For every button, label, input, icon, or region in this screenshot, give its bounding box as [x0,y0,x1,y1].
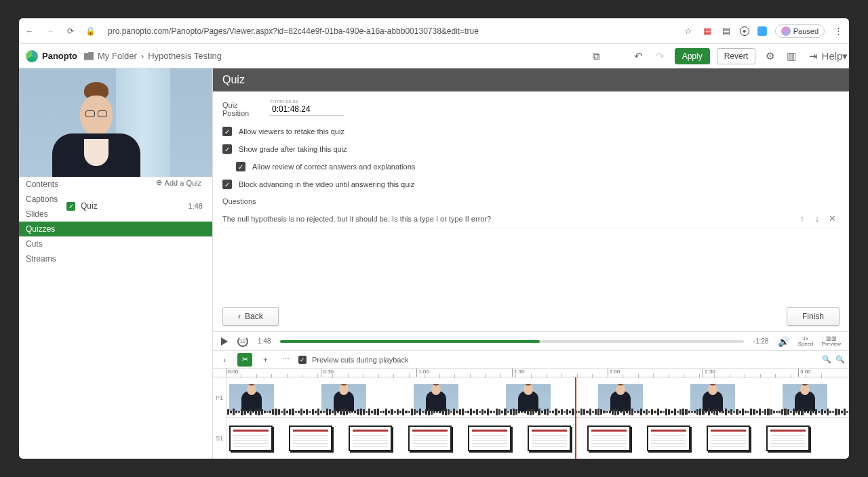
finish-button[interactable]: Finish [787,307,840,326]
checkbox-icon: ✓ [236,162,245,171]
delete-icon[interactable]: ✕ [825,213,840,224]
rewind-10-icon[interactable]: 10 [237,336,248,347]
speaker-video [19,68,212,177]
remaining-time: -1:28 [753,337,769,345]
quiz-position-label: Quiz Position [222,101,260,117]
track-label-s1: S1 [213,418,226,459]
slide-thumb [408,426,452,451]
seek-bar[interactable] [280,340,743,343]
timeline[interactable]: 0:00 0:30 1:00 1:30 2:00 2:30 3:00 P1 S1 [213,368,849,459]
opt-retake[interactable]: ✓Allow viewers to retake this quiz [222,127,840,136]
slide-thumb [707,426,750,451]
timeline-toolbar: ‹ ✂ ＋ ⋯ ✓ Preview cuts during playback 🔍… [213,350,849,368]
address-bar[interactable]: pro.panopto.com/Panopto/Pages/Viewer.asp… [108,26,673,36]
ext-icon-1[interactable]: ▦ [702,26,713,37]
opt-review[interactable]: ✓Allow review of correct answers and exp… [236,162,840,171]
current-time: 1:48 [258,337,271,345]
speed-control[interactable]: 1xSpeed [797,336,813,347]
video-thumb [414,384,458,411]
player-bar: 10 1:48 -1:28 🔊 1xSpeed ▥▥Preview [213,331,849,350]
video-thumb [783,384,827,411]
checkbox-icon: ✓ [222,180,232,189]
breadcrumb-folder[interactable]: My Folder [98,51,137,61]
browser-chrome: ← → ⟳ 🔒 pro.panopto.com/Panopto/Pages/Vi… [19,18,849,44]
ext-icon-4[interactable] [757,26,767,36]
slide-thumb [289,426,332,451]
apply-button[interactable]: Apply [675,48,710,64]
move-down-icon[interactable]: ↓ [810,213,825,224]
app-header: Panopto My Folder › Hypothesis Testing ⧉… [19,44,849,68]
collapse-icon[interactable]: ‹ [217,353,232,367]
opt-block-advance[interactable]: ✓Block advancing in the video until answ… [222,180,840,189]
breadcrumb: My Folder › Hypothesis Testing [84,51,222,61]
share-icon[interactable]: ⇥ [806,49,821,64]
tab-streams[interactable]: Streams [19,251,212,266]
video-thumb [690,384,735,411]
avatar-icon [781,26,791,36]
undo-icon[interactable]: ↶ [631,49,646,64]
checkbox-icon: ✓ [66,202,75,211]
video-thumb [321,384,366,411]
slide-track[interactable] [226,418,849,459]
plus-circle-icon: ⊕ [156,178,162,187]
quiz-position-input[interactable] [269,103,344,116]
back-button[interactable]: ‹Back [222,307,279,326]
video-thumb [229,384,274,411]
kebab-icon[interactable]: ⋮ [833,26,844,37]
settings-icon[interactable]: ⚙ [762,49,777,64]
panel-title: Quiz [213,68,849,91]
chevron-left-icon: ‹ [238,312,241,321]
timeline-ruler: 0:00 0:30 1:00 1:30 2:00 2:30 3:00 [213,369,849,377]
preview-toggle[interactable]: ▥▥Preview [822,336,841,347]
checkbox-icon: ✓ [222,127,232,136]
forward-icon[interactable]: → [45,26,56,37]
question-row[interactable]: The null hypothesis is no rejected, but … [222,209,840,228]
redo-icon[interactable]: ↷ [653,49,668,64]
stats-icon[interactable]: ▥ [784,49,799,64]
revert-button[interactable]: Revert [717,48,755,64]
tab-quizzes[interactable]: Quizzes [19,222,212,236]
more-icon[interactable]: ⋯ [278,353,293,367]
slide-thumb [229,426,273,451]
lock-icon: 🔒 [85,26,96,36]
ext-icon-2[interactable]: ▤ [721,26,732,37]
position-hint: h:mm:ss.ss [271,98,298,104]
quiz-time: 1:48 [189,202,205,210]
tab-cuts[interactable]: Cuts [19,236,212,251]
video-thumb [506,384,551,411]
playhead[interactable] [575,377,576,459]
play-icon[interactable] [221,337,228,346]
back-icon[interactable]: ← [24,26,35,37]
volume-icon[interactable]: 🔊 [778,336,789,347]
slide-thumb [587,426,631,451]
add-quiz-button[interactable]: ⊕Add a Quiz [149,175,208,190]
slide-thumb [528,426,571,451]
capture-icon[interactable]: ⧉ [589,49,604,64]
brand-logo[interactable]: Panopto [26,50,77,62]
cut-tool-icon[interactable]: ✂ [237,353,252,367]
slide-thumb [468,426,511,451]
breadcrumb-item[interactable]: Hypothesis Testing [148,51,222,61]
chevron-right-icon: › [141,51,144,61]
video-track[interactable] [226,377,849,418]
opt-show-grade[interactable]: ✓Show grade after taking this quiz [222,144,840,154]
checkbox-icon[interactable]: ✓ [298,356,307,364]
preview-cuts-label: Preview cuts during playback [312,356,408,364]
checkbox-icon: ✓ [222,144,232,154]
slide-thumb [349,426,392,451]
star-icon[interactable]: ☆ [683,26,694,37]
move-up-icon[interactable]: ↑ [795,213,810,224]
profile-paused[interactable]: Paused [775,24,825,38]
zoom-in-icon[interactable]: 🔍 [835,355,845,364]
audio-waveform [226,408,849,416]
ext-icon-3[interactable]: ● [740,26,749,36]
video-thumb [598,384,643,411]
zoom-out-icon[interactable]: 🔍 [822,355,831,364]
track-label-p1: P1 [213,377,226,418]
logo-icon [26,50,38,62]
help-menu[interactable]: Help ▾ [827,49,842,64]
reload-icon[interactable]: ⟳ [65,26,76,37]
slide-thumb [647,426,690,451]
add-icon[interactable]: ＋ [258,353,273,367]
quiz-list-item[interactable]: ✓ Quiz 1:48 [19,199,212,213]
